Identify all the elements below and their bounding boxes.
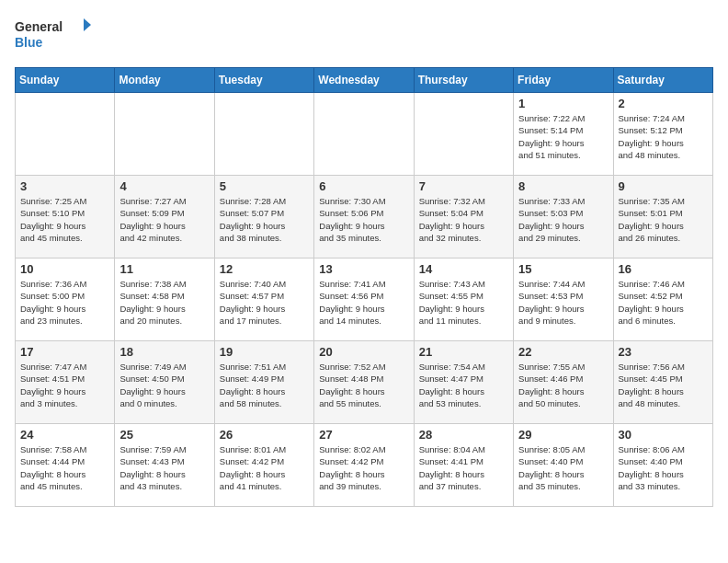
weekday-wednesday: Wednesday <box>314 68 414 93</box>
calendar-day: 22Sunrise: 7:55 AMSunset: 4:46 PMDayligh… <box>514 341 613 424</box>
calendar-week-4: 24Sunrise: 7:58 AMSunset: 4:44 PMDayligh… <box>16 424 713 507</box>
weekday-saturday: Saturday <box>613 68 712 93</box>
day-info: Sunrise: 7:58 AMSunset: 4:44 PMDaylight:… <box>20 443 109 492</box>
calendar-day: 3Sunrise: 7:25 AMSunset: 5:10 PMDaylight… <box>16 176 115 259</box>
weekday-sunday: Sunday <box>16 68 115 93</box>
calendar-table: SundayMondayTuesdayWednesdayThursdayFrid… <box>15 67 713 507</box>
calendar-day: 15Sunrise: 7:44 AMSunset: 4:53 PMDayligh… <box>514 259 613 341</box>
day-info: Sunrise: 7:44 AMSunset: 4:53 PMDaylight:… <box>518 278 608 327</box>
day-info: Sunrise: 7:35 AMSunset: 5:01 PMDaylight:… <box>619 195 708 244</box>
day-info: Sunrise: 7:33 AMSunset: 5:03 PMDaylight:… <box>518 195 608 244</box>
calendar-day: 19Sunrise: 7:51 AMSunset: 4:49 PMDayligh… <box>214 341 313 424</box>
calendar-day: 17Sunrise: 7:47 AMSunset: 4:51 PMDayligh… <box>16 341 115 424</box>
day-info: Sunrise: 7:41 AMSunset: 4:56 PMDaylight:… <box>319 278 408 327</box>
calendar-day: 13Sunrise: 7:41 AMSunset: 4:56 PMDayligh… <box>314 259 414 341</box>
calendar-day: 27Sunrise: 8:02 AMSunset: 4:42 PMDayligh… <box>314 424 414 507</box>
day-info: Sunrise: 7:27 AMSunset: 5:09 PMDaylight:… <box>119 195 209 244</box>
weekday-tuesday: Tuesday <box>214 68 313 93</box>
day-info: Sunrise: 8:06 AMSunset: 4:40 PMDaylight:… <box>619 443 708 492</box>
calendar-day: 6Sunrise: 7:30 AMSunset: 5:06 PMDaylight… <box>314 176 414 259</box>
day-number: 19 <box>220 345 309 359</box>
calendar-day: 12Sunrise: 7:40 AMSunset: 4:57 PMDayligh… <box>214 259 313 341</box>
day-number: 24 <box>20 428 109 442</box>
day-info: Sunrise: 7:52 AMSunset: 4:48 PMDaylight:… <box>319 361 408 409</box>
day-info: Sunrise: 8:04 AMSunset: 4:41 PMDaylight:… <box>419 443 508 492</box>
day-number: 14 <box>419 262 508 276</box>
calendar-week-1: 3Sunrise: 7:25 AMSunset: 5:10 PMDaylight… <box>16 176 713 259</box>
weekday-friday: Friday <box>514 68 613 93</box>
svg-text:Blue: Blue <box>15 35 43 50</box>
calendar-day: 2Sunrise: 7:24 AMSunset: 5:12 PMDaylight… <box>613 93 712 176</box>
day-info: Sunrise: 7:32 AMSunset: 5:04 PMDaylight:… <box>419 195 508 244</box>
calendar-week-0: 1Sunrise: 7:22 AMSunset: 5:14 PMDaylight… <box>16 93 713 176</box>
day-info: Sunrise: 8:02 AMSunset: 4:42 PMDaylight:… <box>319 443 408 492</box>
svg-marker-3 <box>84 18 91 31</box>
calendar-day: 1Sunrise: 7:22 AMSunset: 5:14 PMDaylight… <box>514 93 613 176</box>
day-info: Sunrise: 7:40 AMSunset: 4:57 PMDaylight:… <box>220 278 309 327</box>
calendar-day: 9Sunrise: 7:35 AMSunset: 5:01 PMDaylight… <box>613 176 712 259</box>
day-info: Sunrise: 7:43 AMSunset: 4:55 PMDaylight:… <box>419 278 508 327</box>
calendar-day <box>115 93 214 176</box>
day-info: Sunrise: 7:24 AMSunset: 5:12 PMDaylight:… <box>619 112 708 161</box>
day-number: 6 <box>319 179 408 193</box>
calendar-day <box>414 93 513 176</box>
day-info: Sunrise: 7:59 AMSunset: 4:43 PMDaylight:… <box>119 443 209 492</box>
calendar-day: 20Sunrise: 7:52 AMSunset: 4:48 PMDayligh… <box>314 341 414 424</box>
day-info: Sunrise: 7:28 AMSunset: 5:07 PMDaylight:… <box>220 195 309 244</box>
calendar-day <box>16 93 115 176</box>
day-info: Sunrise: 7:47 AMSunset: 4:51 PMDaylight:… <box>20 361 109 409</box>
day-number: 2 <box>619 97 708 110</box>
calendar-day: 25Sunrise: 7:59 AMSunset: 4:43 PMDayligh… <box>115 424 214 507</box>
day-info: Sunrise: 7:38 AMSunset: 4:58 PMDaylight:… <box>119 278 209 327</box>
day-number: 7 <box>419 179 508 193</box>
calendar-week-3: 17Sunrise: 7:47 AMSunset: 4:51 PMDayligh… <box>16 341 713 424</box>
weekday-monday: Monday <box>115 68 214 93</box>
calendar-day: 29Sunrise: 8:05 AMSunset: 4:40 PMDayligh… <box>514 424 613 507</box>
day-number: 22 <box>518 345 608 359</box>
day-number: 29 <box>518 428 608 442</box>
day-info: Sunrise: 7:46 AMSunset: 4:52 PMDaylight:… <box>619 278 708 327</box>
day-info: Sunrise: 7:25 AMSunset: 5:10 PMDaylight:… <box>20 195 109 244</box>
calendar-day <box>314 93 414 176</box>
calendar-body: 1Sunrise: 7:22 AMSunset: 5:14 PMDaylight… <box>16 93 713 507</box>
calendar-day: 26Sunrise: 8:01 AMSunset: 4:42 PMDayligh… <box>214 424 313 507</box>
calendar-day: 30Sunrise: 8:06 AMSunset: 4:40 PMDayligh… <box>613 424 712 507</box>
calendar-day: 18Sunrise: 7:49 AMSunset: 4:50 PMDayligh… <box>115 341 214 424</box>
calendar-day: 8Sunrise: 7:33 AMSunset: 5:03 PMDaylight… <box>514 176 613 259</box>
day-info: Sunrise: 8:01 AMSunset: 4:42 PMDaylight:… <box>220 443 309 492</box>
calendar-day: 24Sunrise: 7:58 AMSunset: 4:44 PMDayligh… <box>16 424 115 507</box>
calendar-day <box>214 93 313 176</box>
day-number: 20 <box>319 345 408 359</box>
day-info: Sunrise: 7:36 AMSunset: 5:00 PMDaylight:… <box>20 278 109 327</box>
calendar-day: 7Sunrise: 7:32 AMSunset: 5:04 PMDaylight… <box>414 176 513 259</box>
svg-text:General: General <box>15 19 63 34</box>
calendar-week-2: 10Sunrise: 7:36 AMSunset: 5:00 PMDayligh… <box>16 259 713 341</box>
weekday-thursday: Thursday <box>414 68 513 93</box>
day-number: 12 <box>220 262 309 276</box>
day-number: 11 <box>119 262 209 276</box>
day-info: Sunrise: 7:22 AMSunset: 5:14 PMDaylight:… <box>518 112 608 161</box>
logo-svg: General Blue <box>15 15 97 56</box>
calendar-day: 16Sunrise: 7:46 AMSunset: 4:52 PMDayligh… <box>613 259 712 341</box>
calendar-day: 4Sunrise: 7:27 AMSunset: 5:09 PMDaylight… <box>115 176 214 259</box>
calendar-day: 14Sunrise: 7:43 AMSunset: 4:55 PMDayligh… <box>414 259 513 341</box>
day-number: 18 <box>119 345 209 359</box>
calendar-day: 21Sunrise: 7:54 AMSunset: 4:47 PMDayligh… <box>414 341 513 424</box>
day-number: 28 <box>419 428 508 442</box>
day-number: 9 <box>619 179 708 193</box>
day-info: Sunrise: 7:56 AMSunset: 4:45 PMDaylight:… <box>619 361 708 409</box>
day-number: 10 <box>20 262 109 276</box>
day-info: Sunrise: 7:49 AMSunset: 4:50 PMDaylight:… <box>119 361 209 409</box>
day-number: 30 <box>619 428 708 442</box>
day-number: 13 <box>319 262 408 276</box>
day-info: Sunrise: 7:55 AMSunset: 4:46 PMDaylight:… <box>518 361 608 409</box>
day-info: Sunrise: 7:54 AMSunset: 4:47 PMDaylight:… <box>419 361 508 409</box>
day-number: 27 <box>319 428 408 442</box>
day-number: 23 <box>619 345 708 359</box>
day-number: 4 <box>119 179 209 193</box>
day-number: 5 <box>220 179 309 193</box>
day-number: 16 <box>619 262 708 276</box>
day-number: 25 <box>119 428 209 442</box>
day-number: 1 <box>518 97 608 110</box>
day-number: 21 <box>419 345 508 359</box>
